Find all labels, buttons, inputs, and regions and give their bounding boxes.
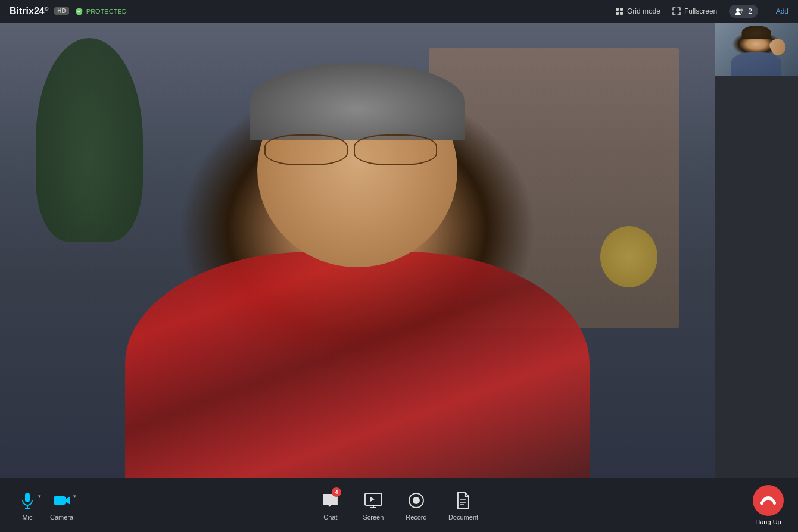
camera-icon-wrap: [51, 490, 73, 511]
screen-icon-wrap: [363, 490, 384, 511]
camera-chevron-icon: ▾: [73, 491, 76, 499]
svg-rect-3: [620, 12, 623, 15]
hang-up-label: Hang Up: [755, 518, 781, 525]
svg-point-5: [740, 9, 743, 12]
grid-icon: [615, 7, 624, 15]
fullscreen-button[interactable]: Fullscreen: [672, 7, 717, 15]
mic-icon: [21, 492, 34, 509]
svg-rect-2: [616, 12, 619, 15]
record-icon: [408, 492, 425, 509]
toolbar-right: Hang Up: [753, 485, 784, 525]
phone-hang-up-icon: [760, 496, 777, 505]
hang-up-button[interactable]: [753, 485, 784, 516]
header-bar: Bitrix24© HD PROTECTED Grid mode Full: [0, 0, 798, 23]
camera-button[interactable]: Camera ▾: [48, 486, 79, 524]
fullscreen-icon: [672, 7, 681, 15]
header-left: Bitrix24© HD PROTECTED: [10, 6, 127, 17]
chat-button[interactable]: Chat 4: [314, 486, 347, 524]
svg-point-14: [413, 497, 420, 504]
mic-icon-wrap: [17, 490, 38, 511]
toolbar-left: Mic ▾ Camera ▾: [14, 486, 79, 524]
protected-badge: PROTECTED: [75, 7, 127, 15]
svg-rect-0: [616, 8, 619, 11]
hd-badge: HD: [54, 7, 68, 15]
hang-up-wrapper: Hang Up: [753, 485, 784, 525]
toolbar: Mic ▾ Camera ▾: [0, 478, 798, 532]
record-button[interactable]: Record: [400, 486, 433, 524]
camera-btn-inner: Camera: [50, 490, 73, 521]
primary-video: [0, 23, 715, 532]
header-right: Grid mode Fullscreen 2 + Add: [615, 5, 788, 18]
shield-icon: [75, 7, 83, 15]
mic-btn-inner: Mic: [17, 490, 38, 521]
record-icon-wrap: [406, 490, 427, 511]
logo: Bitrix24©: [10, 6, 48, 17]
toolbar-center: Chat 4 Screen Record: [314, 486, 484, 524]
svg-rect-6: [25, 493, 30, 502]
document-icon-wrap: [453, 490, 474, 511]
participants-icon: [735, 7, 744, 15]
screen-button[interactable]: Screen: [357, 486, 390, 524]
document-icon: [456, 492, 470, 509]
thumbnail-video: [715, 23, 798, 76]
svg-point-4: [736, 8, 740, 12]
participants-button[interactable]: 2: [729, 5, 758, 18]
mic-chevron-icon: ▾: [38, 491, 41, 499]
svg-rect-9: [54, 496, 66, 505]
mic-button[interactable]: Mic ▾: [14, 486, 45, 524]
chat-badge: 4: [332, 487, 341, 497]
sidebar: [715, 23, 798, 532]
primary-video-container: Sean Terry: [0, 23, 715, 532]
svg-rect-1: [620, 8, 623, 11]
participant-thumbnail[interactable]: [715, 23, 798, 76]
camera-icon: [53, 494, 71, 507]
document-button[interactable]: Document: [442, 486, 484, 524]
grid-mode-button[interactable]: Grid mode: [615, 7, 660, 15]
screen-icon: [364, 493, 382, 508]
main-area: Sean Terry: [0, 23, 798, 532]
add-button[interactable]: + Add: [770, 7, 788, 15]
